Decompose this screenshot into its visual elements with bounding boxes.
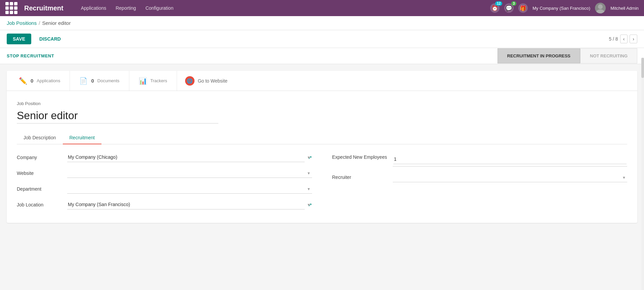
tab-job-description[interactable]: Job Description: [17, 132, 63, 144]
top-menu: Applications Reporting Configuration: [77, 3, 484, 13]
discard-button[interactable]: DISCARD: [35, 34, 65, 44]
department-value: ▼: [67, 184, 312, 194]
pagination: 5 / 8 ‹ ›: [609, 35, 637, 43]
trackers-label: Trackers: [151, 78, 167, 83]
job-location-label: Job Location: [17, 202, 67, 207]
department-select[interactable]: [67, 184, 312, 194]
website-value: ▼: [67, 168, 312, 178]
status-bar: STOP RECRUITMENT RECRUITMENT IN PROGRESS…: [0, 48, 644, 64]
stat-go-website[interactable]: 🌐 Go to Website: [177, 71, 235, 91]
menu-configuration[interactable]: Configuration: [141, 3, 177, 13]
applications-count: 0: [31, 78, 33, 84]
breadcrumb-separator: /: [39, 20, 40, 26]
form-left-col: Company My Company (Chicago) ▼ ↗ Website: [17, 152, 312, 209]
company-label: Company: [17, 155, 67, 160]
chat-badge: 3: [511, 1, 517, 6]
save-button[interactable]: SAVE: [7, 34, 31, 44]
form-area: Job Position Job Description Recruitment…: [7, 91, 637, 223]
job-title-input[interactable]: [17, 108, 218, 124]
breadcrumb-parent[interactable]: Job Positions: [7, 20, 37, 26]
breadcrumb: Job Positions / Senior editor: [0, 16, 644, 30]
job-location-select[interactable]: My Company (San Francisco): [67, 200, 305, 209]
app-grid-icon[interactable]: [5, 2, 17, 14]
job-location-ext-link[interactable]: ↗: [308, 202, 312, 207]
recruiter-input[interactable]: [393, 173, 628, 182]
field-job-location: Job Location My Company (San Francisco) …: [17, 200, 312, 209]
company-name: My Company (San Francisco): [532, 6, 590, 11]
company-select[interactable]: My Company (Chicago): [67, 152, 305, 162]
gift-icon: 🎁: [518, 3, 528, 13]
pagination-count: 5 / 8: [609, 36, 618, 42]
company-ext-link[interactable]: ↗: [308, 155, 312, 160]
status-steps: RECRUITMENT IN PROGRESS NOT RECRUITING: [498, 48, 637, 63]
expected-employees-input[interactable]: [393, 154, 627, 164]
pagination-prev[interactable]: ‹: [620, 35, 628, 43]
recruiter-value: ▼: [393, 173, 628, 182]
user-name: Mitchell Admin: [610, 6, 639, 11]
globe-icon: 🌐: [185, 76, 195, 86]
status-step-recruiting[interactable]: RECRUITMENT IN PROGRESS: [498, 48, 581, 63]
gift-icon-container[interactable]: 🎁: [518, 3, 528, 13]
topnav-right: ⏰ 12 💬 3 🎁 My Company (San Francisco) Mi…: [490, 3, 639, 13]
form-section-label: Job Position: [17, 101, 627, 106]
recruiter-chevron: ▼: [622, 176, 626, 180]
job-location-value: My Company (San Francisco) ▼ ↗: [67, 200, 312, 209]
recruiter-label: Recruiter: [332, 173, 393, 180]
field-department: Department ▼: [17, 184, 312, 194]
tab-recruitment[interactable]: Recruitment: [63, 132, 101, 144]
form-right-col: Expected New Employees Recruiter ▼: [332, 152, 628, 209]
website-label: Website: [17, 171, 67, 176]
svg-point-0: [598, 4, 603, 9]
menu-reporting[interactable]: Reporting: [112, 3, 140, 13]
form-fields-grid: Company My Company (Chicago) ▼ ↗ Website: [17, 152, 627, 209]
expected-employees-label: Expected New Employees: [332, 152, 393, 160]
stat-applications[interactable]: ✏️ 0 Applications: [13, 71, 70, 91]
applications-label: Applications: [37, 78, 60, 83]
svg-point-1: [596, 9, 604, 13]
field-company: Company My Company (Chicago) ▼ ↗: [17, 152, 312, 162]
app-brand: Recruitment: [24, 4, 63, 12]
top-navigation: Recruitment Applications Reporting Confi…: [0, 0, 644, 16]
scrollbar[interactable]: [641, 58, 644, 230]
menu-applications[interactable]: Applications: [77, 3, 111, 13]
go-website-label: Go to Website: [198, 78, 227, 84]
breadcrumb-current: Senior editor: [42, 20, 71, 26]
documents-icon: 📄: [79, 77, 88, 85]
main-content: ✏️ 0 Applications 📄 0 Documents 📊 Tracke…: [0, 64, 644, 230]
stop-recruitment-button[interactable]: STOP RECRUITMENT: [7, 53, 54, 58]
clock-badge: 12: [495, 1, 502, 6]
company-value: My Company (Chicago) ▼ ↗: [67, 152, 312, 162]
avatar[interactable]: [595, 3, 606, 13]
stat-bar: ✏️ 0 Applications 📄 0 Documents 📊 Tracke…: [7, 71, 637, 91]
form-tabs: Job Description Recruitment: [17, 132, 627, 144]
field-recruiter: Recruiter ▼: [332, 173, 628, 182]
documents-count: 0: [91, 78, 94, 84]
applications-icon: ✏️: [19, 77, 27, 85]
field-expected-employees: Expected New Employees: [332, 152, 628, 166]
status-step-not-recruiting[interactable]: NOT RECRUITING: [580, 48, 637, 63]
expected-employees-value: [393, 152, 628, 166]
record-card: ✏️ 0 Applications 📄 0 Documents 📊 Tracke…: [7, 71, 637, 223]
stat-trackers[interactable]: 📊 Trackers: [129, 71, 177, 91]
clock-notification[interactable]: ⏰ 12: [490, 3, 500, 13]
field-website: Website ▼: [17, 168, 312, 178]
website-select[interactable]: [67, 168, 312, 178]
pagination-next[interactable]: ›: [630, 35, 637, 43]
stat-documents[interactable]: 📄 0 Documents: [70, 71, 129, 91]
chat-notification[interactable]: 💬 3: [504, 3, 514, 13]
documents-label: Documents: [97, 78, 120, 83]
trackers-icon: 📊: [139, 77, 147, 85]
department-label: Department: [17, 186, 67, 192]
action-bar: SAVE DISCARD 5 / 8 ‹ ›: [0, 30, 644, 48]
scrollbar-thumb[interactable]: [641, 58, 644, 78]
